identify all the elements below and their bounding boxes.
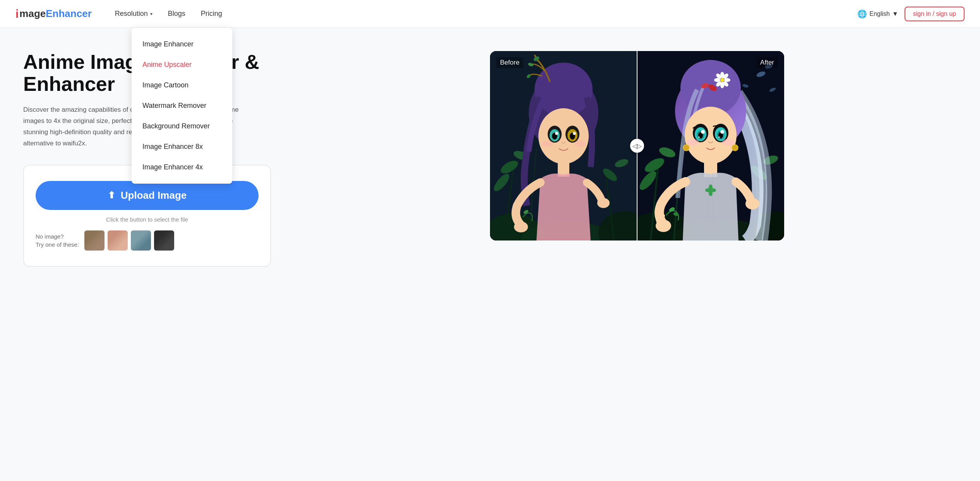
nav-blogs[interactable]: Blogs [168, 7, 185, 21]
sample-image-3[interactable] [131, 230, 151, 251]
svg-point-30 [597, 198, 610, 208]
svg-point-87 [711, 188, 716, 192]
dropdown-item-anime-upscaler[interactable]: Anime Upscaler [132, 55, 232, 75]
before-label: Before [496, 57, 523, 68]
nav-resolution[interactable]: Resolution ▾ [115, 7, 152, 21]
svg-point-77 [732, 145, 738, 151]
sample-image-1[interactable] [84, 230, 105, 251]
svg-point-75 [722, 139, 735, 146]
comparison-handle-icon: ◁▷ [632, 142, 642, 150]
right-panel: Before After ◁▷ [317, 51, 957, 466]
after-label: After [756, 57, 778, 68]
upload-icon: ⬆ [108, 190, 115, 201]
svg-point-29 [514, 222, 528, 232]
upload-button-label: Upload Image [121, 189, 187, 201]
svg-point-71 [720, 130, 724, 134]
nav-pricing[interactable]: Pricing [201, 7, 222, 21]
svg-point-26 [541, 141, 552, 147]
lang-chevron-icon: ▼ [892, 10, 898, 17]
svg-point-72 [698, 136, 700, 138]
svg-point-74 [687, 139, 699, 146]
after-image [637, 51, 784, 240]
svg-point-24 [555, 132, 558, 135]
logo-image: mage [19, 8, 46, 20]
comparison-handle[interactable]: ◁▷ [630, 139, 644, 153]
image-comparison: Before After ◁▷ [490, 51, 784, 240]
dropdown-item-image-enhancer-8x[interactable]: Image Enhancer 8x [132, 136, 232, 157]
dropdown-item-image-enhancer-4x[interactable]: Image Enhancer 4x [132, 157, 232, 177]
sample-images [84, 230, 174, 251]
logo-i: i [15, 7, 19, 20]
svg-point-50 [720, 78, 724, 82]
sign-in-button[interactable]: sign in / sign up [905, 7, 965, 21]
no-image-label: No image?Try one of these: [36, 232, 79, 249]
logo[interactable]: image Enhancer [15, 7, 92, 20]
translate-icon: 🌐 [857, 9, 867, 19]
svg-point-70 [701, 130, 705, 134]
sample-image-4[interactable] [154, 230, 174, 251]
svg-point-61 [685, 107, 737, 164]
resolution-dropdown: Image Enhancer Anime Upscaler Image Cart… [132, 28, 232, 184]
header: image Enhancer Resolution ▾ Blogs Pricin… [0, 0, 980, 28]
chevron-down-icon: ▾ [150, 11, 152, 17]
language-label: English [869, 10, 889, 17]
before-image [490, 51, 637, 240]
logo-enhancer: Enhancer [46, 8, 92, 20]
svg-point-86 [705, 188, 711, 192]
svg-point-73 [718, 136, 720, 138]
dropdown-item-background-remover[interactable]: Background Remover [132, 116, 232, 136]
upload-hint: Click the button to select the file [36, 216, 259, 223]
sample-images-row: No image?Try one of these: [36, 230, 259, 251]
main-nav: Resolution ▾ Blogs Pricing [115, 7, 222, 21]
language-selector[interactable]: 🌐 English ▼ [857, 9, 898, 19]
svg-point-76 [683, 145, 689, 151]
dropdown-item-image-cartoon[interactable]: Image Cartoon [132, 75, 232, 96]
sample-image-2[interactable] [108, 230, 128, 251]
upload-button[interactable]: ⬆ Upload Image [36, 181, 259, 210]
dropdown-item-watermark-remover[interactable]: Watermark Remover [132, 96, 232, 116]
header-right: 🌐 English ▼ sign in / sign up [857, 7, 965, 21]
svg-point-17 [538, 108, 589, 164]
svg-point-80 [745, 198, 759, 210]
svg-point-27 [575, 141, 586, 147]
svg-point-25 [573, 132, 576, 135]
dropdown-item-image-enhancer[interactable]: Image Enhancer [132, 34, 232, 55]
